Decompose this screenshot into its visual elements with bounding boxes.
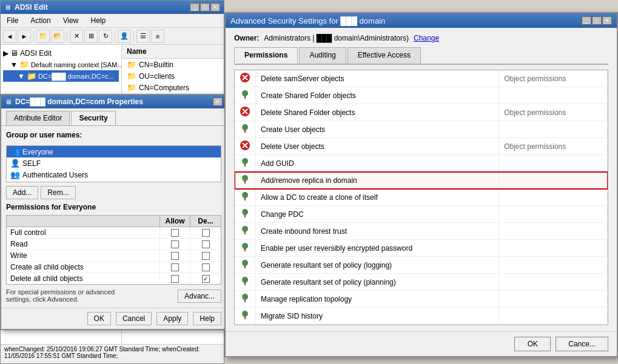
adv-table-row: Delete Shared Folder objectsObject permi… xyxy=(235,104,608,121)
perm-allow-write-checkbox[interactable] xyxy=(171,252,179,260)
props-footer: For special permissions or advanced sett… xyxy=(6,288,221,303)
toolbar-icon-btn[interactable]: 👤 xyxy=(118,30,131,43)
adv-tab-bar: Permissions Auditing Effective Access xyxy=(234,47,608,65)
row-notes xyxy=(499,325,608,326)
list-item-computers[interactable]: 📁 CN=Computers xyxy=(122,82,224,93)
adv-minimize-btn[interactable]: _ xyxy=(582,16,591,25)
perm-allow-create[interactable] xyxy=(160,262,190,273)
adv-cancel-btn[interactable]: Cance... xyxy=(556,337,608,351)
group-item-everyone[interactable]: 👥 Everyone xyxy=(7,146,221,157)
toolbar-folder-btn[interactable]: 📁 xyxy=(36,30,50,43)
list-item-clients[interactable]: 📁 OU=clients xyxy=(122,70,224,82)
props-tab-bar: Attribute Editor Security xyxy=(1,108,226,126)
row-description: Migrate SID history xyxy=(256,308,499,325)
perm-allow-full[interactable] xyxy=(160,227,190,238)
group-item-system[interactable]: 🖥 SYSTEM xyxy=(7,180,221,182)
perm-allow-full-checkbox[interactable] xyxy=(171,229,179,237)
tab-security[interactable]: Security xyxy=(71,111,115,125)
menu-view[interactable]: View xyxy=(59,15,82,26)
perm-deny-read[interactable] xyxy=(190,239,221,250)
row-description: Monitor active directory replication xyxy=(256,325,499,326)
remove-btn[interactable]: Rem... xyxy=(41,186,75,199)
row-description: Add/remove replica in domain xyxy=(256,172,499,189)
toolbar-delete-btn[interactable]: ✕ xyxy=(70,30,83,43)
adsi-maximize-btn[interactable]: □ xyxy=(200,3,210,12)
props-dialog-icon: 🖥 xyxy=(5,98,12,105)
perm-allow-read-checkbox[interactable] xyxy=(171,240,179,248)
perm-allow-read[interactable] xyxy=(160,239,190,250)
row-notes xyxy=(499,189,608,206)
toolbar-refresh-btn[interactable]: ↻ xyxy=(99,30,112,43)
toolbar-props-btn[interactable]: ⊞ xyxy=(84,30,98,43)
deny-icon xyxy=(240,76,250,85)
perm-deny-delete-checkbox[interactable] xyxy=(202,275,210,283)
toolbar-detail-btn[interactable]: ≡ xyxy=(151,30,164,43)
perm-deny-full-checkbox[interactable] xyxy=(202,229,210,237)
adv-title-bar: Advanced Security Settings for ███ domai… xyxy=(226,13,617,28)
perm-deny-delete[interactable] xyxy=(190,273,221,284)
props-close-btn[interactable]: ✕ xyxy=(213,98,223,106)
row-notes xyxy=(499,206,608,223)
owner-value: Administrators | ███ domain\Administrato… xyxy=(264,34,409,42)
perm-allow-create-checkbox[interactable] xyxy=(171,263,179,271)
menu-file[interactable]: File xyxy=(3,15,22,26)
adv-tab-effective-access[interactable]: Effective Access xyxy=(348,47,421,64)
row-icon-cell xyxy=(235,274,256,291)
permissions-label: Permissions for Everyone xyxy=(6,203,221,211)
add-btn[interactable]: Add... xyxy=(6,186,38,199)
perm-deny-write-checkbox[interactable] xyxy=(202,252,210,260)
list-folder-computers-icon: 📁 xyxy=(127,83,136,92)
toolbar-list-btn[interactable]: ☰ xyxy=(136,30,150,43)
perm-deny-read-checkbox[interactable] xyxy=(202,240,210,248)
perm-allow-delete-checkbox[interactable] xyxy=(171,275,179,283)
adsi-close-btn[interactable]: ✕ xyxy=(210,3,220,12)
adv-maximize-btn[interactable]: □ xyxy=(592,16,602,25)
adv-table-row: Delete samServer objectsObject permissio… xyxy=(235,70,608,87)
props-ok-btn[interactable]: OK xyxy=(87,312,111,325)
perm-allow-delete[interactable] xyxy=(160,273,190,284)
toolbar-up-btn[interactable]: 📂 xyxy=(51,30,64,43)
list-item-builtin[interactable]: 📁 CN=Builtin xyxy=(122,59,224,70)
adsi-minimize-btn[interactable]: _ xyxy=(190,3,200,12)
row-notes xyxy=(499,308,608,325)
tab-attribute-editor[interactable]: Attribute Editor xyxy=(6,111,70,125)
list-folder-clients-icon: 📁 xyxy=(127,71,136,81)
tree-item-root[interactable]: ▶ 🖥 ADSI Edit xyxy=(3,47,119,59)
tree-item-naming[interactable]: ▼ 📁 Default naming context [SAM... xyxy=(3,59,119,70)
change-owner-link[interactable]: Change xyxy=(414,34,439,42)
adv-table-row: Generate resultant set of policy (planni… xyxy=(235,274,608,291)
perm-allow-write[interactable] xyxy=(160,250,190,261)
special-permissions-text: For special permissions or advanced sett… xyxy=(6,288,127,303)
menu-help[interactable]: Help xyxy=(87,15,110,26)
perm-deny-create-checkbox[interactable] xyxy=(202,263,210,271)
toolbar-sep4 xyxy=(133,31,134,42)
perm-deny-full[interactable] xyxy=(190,227,221,238)
perm-row-read: Read xyxy=(7,239,221,250)
perm-deny-write[interactable] xyxy=(190,250,221,261)
svg-rect-18 xyxy=(244,248,246,251)
adv-ok-btn[interactable]: OK xyxy=(514,337,551,351)
row-description: Create User objects xyxy=(256,121,499,138)
perm-row-full: Full control xyxy=(7,227,221,239)
advanced-btn[interactable]: Advanc... xyxy=(178,290,221,303)
adv-table-row: Create inbound forest trust xyxy=(235,223,608,240)
tree-item-dc[interactable]: ▼ 📁 DC=███ domain,DC=c... xyxy=(3,70,119,82)
adv-tab-auditing[interactable]: Auditing xyxy=(299,47,346,64)
row-icon-cell xyxy=(235,291,256,308)
adv-tab-permissions[interactable]: Permissions xyxy=(234,47,298,64)
props-cancel-btn[interactable]: Cancel xyxy=(116,312,152,325)
toolbar-forward-btn[interactable]: ► xyxy=(18,30,31,43)
toolbar-back-btn[interactable]: ◄ xyxy=(3,30,16,43)
perm-deny-create[interactable] xyxy=(190,262,221,273)
props-title-bar: 🖥 DC=███ domain,DC=com Properties ✕ xyxy=(1,95,226,108)
adv-close-btn[interactable]: ✕ xyxy=(602,16,612,25)
group-item-self[interactable]: 👤 SELF xyxy=(7,157,221,169)
group-item-auth-users[interactable]: 👥 Authenticated Users xyxy=(7,169,221,180)
row-notes xyxy=(499,87,608,104)
adv-table-row: Migrate SID history xyxy=(235,308,608,325)
props-apply-btn[interactable]: Apply xyxy=(156,312,188,325)
props-help-btn[interactable]: Help xyxy=(193,312,221,325)
group-everyone-label: Everyone xyxy=(22,148,53,156)
menu-action[interactable]: Action xyxy=(27,15,54,26)
adv-title-text: Advanced Security Settings for ███ domai… xyxy=(230,16,385,25)
